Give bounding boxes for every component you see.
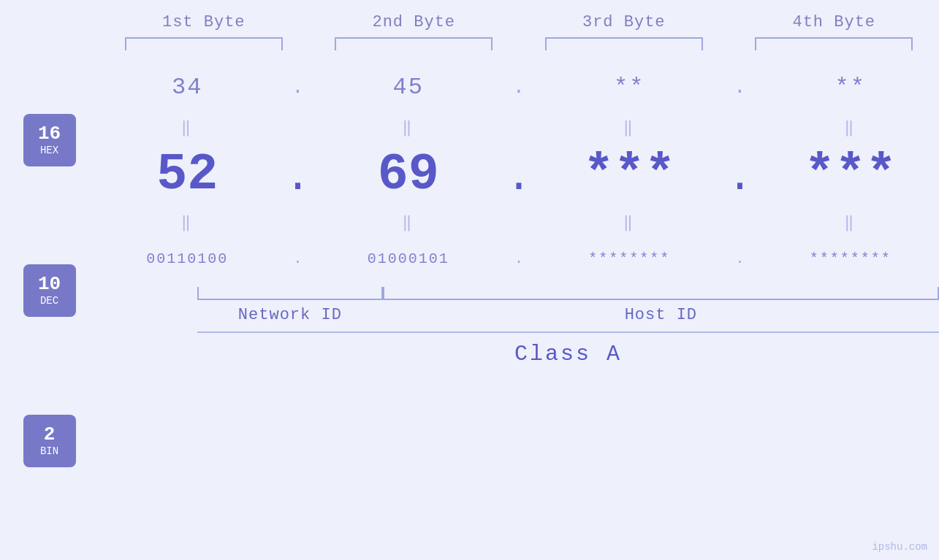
bin-sep1: . [293, 250, 302, 267]
bin-b2-value: 01000101 [368, 250, 449, 267]
eq2-b4-sign: ‖ [844, 212, 856, 232]
eq2-b3: ‖ [541, 212, 718, 232]
dec-badge-number: 10 [38, 274, 61, 295]
top-bracket-row [99, 37, 939, 50]
bin-badge: 2 BIN [23, 415, 76, 467]
bin-b3-cell: ******** [541, 250, 718, 267]
hex-badge: 16 HEX [23, 114, 76, 166]
top-bracket-2 [335, 37, 493, 50]
dec-sep3-cell: . [718, 153, 762, 196]
hex-row: 34 . 45 . ** . ** [99, 58, 939, 116]
equals-row-1: ‖ ‖ ‖ ‖ [99, 116, 939, 138]
bracket-cell-1 [99, 37, 309, 50]
class-footer: Class A [197, 331, 939, 374]
hex-b3-cell: ** [541, 74, 718, 101]
byte-headers: 1st Byte 2nd Byte 3rd Byte 4th Byte [99, 0, 939, 37]
bin-badge-label: BIN [40, 445, 58, 458]
watermark: ipshu.com [872, 541, 927, 553]
top-bracket-1 [125, 37, 283, 50]
eq1-b2-sign: ‖ [402, 118, 414, 137]
bin-b3-value: ******** [588, 250, 670, 267]
top-bracket-3 [545, 37, 703, 50]
dec-b3-value: *** [583, 146, 675, 204]
dec-badge: 10 DEC [23, 264, 76, 317]
eq2-b2-sign: ‖ [402, 212, 414, 232]
eq1-b4: ‖ [762, 118, 940, 137]
bottom-brackets [197, 287, 939, 300]
bin-b4-cell: ******** [762, 250, 940, 267]
dec-b4-cell: *** [762, 146, 940, 204]
hex-badge-number: 16 [38, 123, 61, 145]
hex-b4-cell: ** [762, 74, 940, 101]
dec-badge-label: DEC [40, 295, 58, 307]
eq1-b2: ‖ [320, 118, 498, 137]
eq1-b3: ‖ [541, 118, 718, 137]
bin-b1-value: 00110100 [146, 250, 228, 267]
equals-row-2: ‖ ‖ ‖ ‖ [99, 211, 939, 233]
hex-sep2: . [513, 76, 525, 99]
dec-sep1-cell: . [276, 153, 320, 196]
hex-b2-value: 45 [393, 74, 424, 101]
byte1-header: 1st Byte [99, 13, 309, 31]
dec-sep1: . [284, 153, 311, 202]
top-bracket-4 [755, 37, 913, 50]
bin-sep3-cell: . [718, 250, 762, 267]
dec-b2-cell: 69 [320, 146, 498, 204]
hex-b1-value: 34 [172, 74, 202, 101]
hex-sep1-cell: . [276, 76, 320, 99]
eq1-b3-sign: ‖ [623, 118, 636, 137]
dec-sep2: . [506, 153, 532, 202]
host-id-label: Host ID [383, 306, 939, 324]
network-id-label: Network ID [197, 306, 383, 324]
hex-b3-value: ** [614, 74, 645, 101]
eq2-b3-sign: ‖ [623, 212, 636, 232]
eq2-b1-sign: ‖ [181, 212, 194, 232]
eq2-b2: ‖ [320, 212, 498, 232]
bracket-cell-2 [309, 37, 520, 50]
eq2-b4: ‖ [762, 212, 940, 232]
class-label: Class A [514, 342, 622, 367]
hex-b2-cell: 45 [320, 74, 498, 101]
dec-sep3: . [726, 153, 753, 202]
data-section: 16 HEX 10 DEC 2 BIN 34 . [0, 58, 939, 560]
bin-sep2: . [514, 250, 523, 267]
hex-sep3-cell: . [718, 76, 762, 99]
bin-b4-value: ******** [810, 250, 892, 267]
dec-b4-value: *** [805, 146, 897, 204]
hex-b1-cell: 34 [99, 74, 276, 101]
bin-b2-cell: 01000101 [320, 250, 498, 267]
dec-b1-value: 52 [156, 146, 218, 204]
bracket-cell-3 [519, 37, 729, 50]
byte3-header: 3rd Byte [519, 13, 729, 31]
hex-badge-label: HEX [40, 145, 58, 157]
eq2-b1: ‖ [99, 212, 276, 232]
bin-sep2-cell: . [497, 250, 541, 267]
bin-sep3: . [735, 250, 744, 267]
bottom-bracket-network [197, 287, 383, 300]
eq1-b4-sign: ‖ [844, 118, 856, 137]
dec-row: 52 . 69 . *** . *** [99, 138, 939, 211]
bottom-labels: Network ID Host ID [197, 306, 939, 324]
eq1-b1: ‖ [99, 118, 276, 137]
hex-sep1: . [292, 76, 304, 99]
values-area: 34 . 45 . ** . ** [99, 58, 939, 560]
bracket-cell-4 [729, 37, 940, 50]
dec-b2-value: 69 [378, 146, 439, 204]
eq1-b1-sign: ‖ [181, 118, 194, 137]
hex-b4-value: ** [835, 74, 866, 101]
bin-row: 00110100 . 01000101 . ******** . [99, 233, 939, 284]
bin-badge-number: 2 [44, 424, 56, 445]
dec-b1-cell: 52 [99, 146, 276, 204]
bin-sep1-cell: . [276, 250, 320, 267]
dec-b3-cell: *** [541, 146, 718, 204]
byte4-header: 4th Byte [729, 13, 940, 31]
hex-sep3: . [734, 76, 746, 99]
main-container: 1st Byte 2nd Byte 3rd Byte 4th Byte 16 H… [0, 0, 939, 560]
badges-column: 16 HEX 10 DEC 2 BIN [0, 58, 99, 560]
bottom-section: Network ID Host ID [197, 287, 939, 324]
bottom-bracket-host [383, 287, 939, 300]
hex-sep2-cell: . [497, 76, 541, 99]
dec-sep2-cell: . [497, 153, 541, 196]
bin-b1-cell: 00110100 [99, 250, 276, 267]
byte2-header: 2nd Byte [309, 13, 520, 31]
